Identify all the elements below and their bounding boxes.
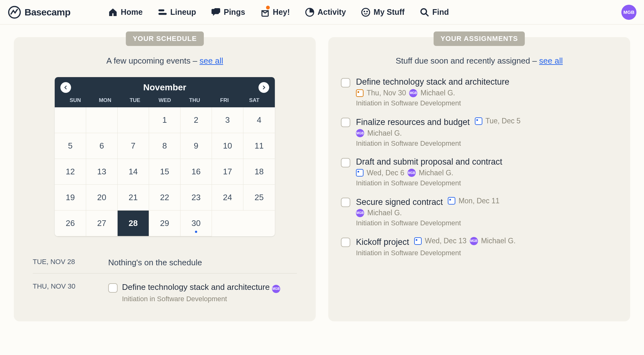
calendar-empty-cell bbox=[55, 107, 86, 133]
calendar-next-button[interactable] bbox=[258, 82, 269, 93]
calendar-day[interactable]: 23 bbox=[180, 185, 212, 211]
assignment-subline: Initiation in Software Development bbox=[356, 99, 509, 107]
assignment-checkbox[interactable] bbox=[341, 78, 350, 87]
agenda-empty-text: Nothing's on the schedule bbox=[108, 258, 202, 268]
assignee-avatar: MGB bbox=[356, 209, 364, 217]
calendar-weekday: FRI bbox=[209, 97, 239, 104]
assignment-title[interactable]: Kickoff project bbox=[356, 237, 409, 247]
calendar-day[interactable]: 13 bbox=[86, 159, 118, 185]
calendar-day[interactable]: 7 bbox=[118, 133, 149, 159]
agenda-row: THU, NOV 30Define technology stack and a… bbox=[33, 273, 297, 309]
calendar-day[interactable]: 19 bbox=[55, 185, 86, 211]
calendar-day[interactable]: 26 bbox=[55, 211, 86, 236]
nav-lineup[interactable]: Lineup bbox=[158, 8, 196, 17]
calendar-day[interactable]: 30 bbox=[180, 211, 212, 236]
calendar-day[interactable]: 21 bbox=[118, 185, 149, 211]
calendar-grid: 1234567891011121314151617181920212223242… bbox=[55, 107, 275, 236]
calendar-day[interactable]: 2 bbox=[180, 107, 212, 133]
calendar-day[interactable]: 11 bbox=[243, 133, 275, 159]
calendar-day[interactable]: 24 bbox=[212, 185, 243, 211]
calendar-day[interactable]: 8 bbox=[149, 133, 180, 159]
hey-notification-dot bbox=[266, 6, 270, 9]
svg-rect-1 bbox=[158, 9, 164, 11]
calendar-weekdays: SUNMONTUEWEDTHUFRISAT bbox=[60, 97, 269, 104]
assignment-checkbox[interactable] bbox=[341, 198, 350, 207]
calendar-event-dot bbox=[195, 231, 197, 233]
assignment-checkbox[interactable] bbox=[341, 118, 350, 127]
assignment-checkbox[interactable] bbox=[341, 158, 350, 167]
assignment-title[interactable]: Define technology stack and architecture bbox=[356, 77, 509, 87]
schedule-subtitle: A few upcoming events – see all bbox=[26, 56, 303, 66]
agenda-list: TUE, NOV 28Nothing's on the scheduleTHU,… bbox=[26, 249, 303, 309]
nav-find-label: Find bbox=[432, 8, 449, 17]
top-nav: Basecamp Home Lineup Pings Hey! Activity… bbox=[0, 0, 644, 25]
calendar-day[interactable]: 29 bbox=[149, 211, 180, 236]
calendar-day[interactable]: 15 bbox=[149, 159, 180, 185]
nav-home[interactable]: Home bbox=[108, 8, 142, 17]
calendar-day[interactable]: 18 bbox=[243, 159, 275, 185]
agenda-row: TUE, NOV 28Nothing's on the schedule bbox=[33, 249, 297, 273]
due-date-icon bbox=[356, 89, 364, 97]
nav-find[interactable]: Find bbox=[420, 8, 449, 17]
nav-home-label: Home bbox=[121, 8, 142, 17]
assignment-due-date: Tue, Dec 5 bbox=[486, 117, 521, 125]
agenda-date: TUE, NOV 28 bbox=[33, 258, 96, 266]
svg-point-5 bbox=[362, 8, 370, 16]
nav-my-stuff-label: My Stuff bbox=[374, 8, 405, 17]
calendar-day[interactable]: 16 bbox=[180, 159, 212, 185]
due-date-icon bbox=[475, 117, 482, 125]
brand-logo[interactable]: Basecamp bbox=[8, 5, 70, 19]
calendar-weekday: SAT bbox=[239, 97, 269, 104]
calendar-day[interactable]: 14 bbox=[118, 159, 149, 185]
nav-activity[interactable]: Activity bbox=[305, 8, 346, 17]
calendar-day[interactable]: 25 bbox=[243, 185, 275, 211]
calendar-weekday: MON bbox=[90, 97, 120, 104]
nav-hey[interactable]: Hey! bbox=[260, 8, 290, 17]
assignment-title[interactable]: Draft and submit proposal and contract bbox=[356, 157, 502, 166]
schedule-panel: YOUR SCHEDULE A few upcoming events – se… bbox=[14, 37, 316, 321]
calendar-day[interactable]: 9 bbox=[180, 133, 212, 159]
assignment-item: Finalize resources and budgetTue, Dec 5M… bbox=[341, 117, 618, 148]
agenda-item-title[interactable]: Define technology stack and architecture bbox=[122, 282, 272, 292]
assignment-checkbox[interactable] bbox=[341, 238, 350, 247]
brand-name: Basecamp bbox=[25, 7, 70, 18]
calendar-day[interactable]: 5 bbox=[55, 133, 86, 159]
nav-my-stuff[interactable]: My Stuff bbox=[361, 8, 405, 17]
nav-pings-label: Pings bbox=[224, 8, 245, 17]
calendar-day[interactable]: 4 bbox=[243, 107, 275, 133]
assignment-item: Draft and submit proposal and contractWe… bbox=[341, 157, 618, 187]
calendar-day[interactable]: 28 bbox=[118, 211, 149, 236]
assignments-see-all-link[interactable]: see all bbox=[539, 56, 563, 65]
calendar-day[interactable]: 1 bbox=[149, 107, 180, 133]
assignments-panel: YOUR ASSIGNMENTS Stuff due soon and rece… bbox=[328, 37, 630, 321]
due-date-icon bbox=[448, 197, 455, 205]
calendar-day[interactable]: 17 bbox=[212, 159, 243, 185]
calendar-day[interactable]: 22 bbox=[149, 185, 180, 211]
assignment-title[interactable]: Finalize resources and budget bbox=[356, 117, 470, 127]
calendar-month-label: November bbox=[143, 82, 186, 93]
assignment-title[interactable]: Secure signed contract bbox=[356, 197, 443, 206]
calendar-day[interactable]: 12 bbox=[55, 159, 86, 185]
basecamp-logo-icon bbox=[8, 5, 21, 19]
calendar-day[interactable]: 20 bbox=[86, 185, 118, 211]
agenda-item-checkbox[interactable] bbox=[108, 283, 118, 293]
calendar-day[interactable]: 27 bbox=[86, 211, 118, 236]
nav-activity-label: Activity bbox=[318, 8, 346, 17]
schedule-badge: YOUR SCHEDULE bbox=[126, 31, 204, 46]
calendar-day[interactable]: 10 bbox=[212, 133, 243, 159]
calendar-weekday: SUN bbox=[60, 97, 90, 104]
nav-pings[interactable]: Pings bbox=[211, 8, 245, 17]
assignments-badge: YOUR ASSIGNMENTS bbox=[434, 31, 525, 46]
nav-hey-label: Hey! bbox=[273, 8, 290, 17]
schedule-see-all-link[interactable]: see all bbox=[200, 56, 223, 65]
due-date-icon bbox=[414, 237, 422, 245]
assignee-name: Michael G. bbox=[419, 169, 453, 177]
assignee-avatar: MGB bbox=[272, 285, 280, 293]
assignment-subline: Initiation in Software Development bbox=[356, 139, 520, 148]
calendar-day[interactable]: 6 bbox=[86, 133, 118, 159]
profile-avatar[interactable]: MGB bbox=[621, 5, 636, 20]
calendar-prev-button[interactable] bbox=[60, 82, 71, 93]
calendar-day[interactable]: 3 bbox=[212, 107, 243, 133]
assignee-name: Michael G. bbox=[481, 237, 516, 245]
nav-lineup-label: Lineup bbox=[170, 8, 196, 17]
